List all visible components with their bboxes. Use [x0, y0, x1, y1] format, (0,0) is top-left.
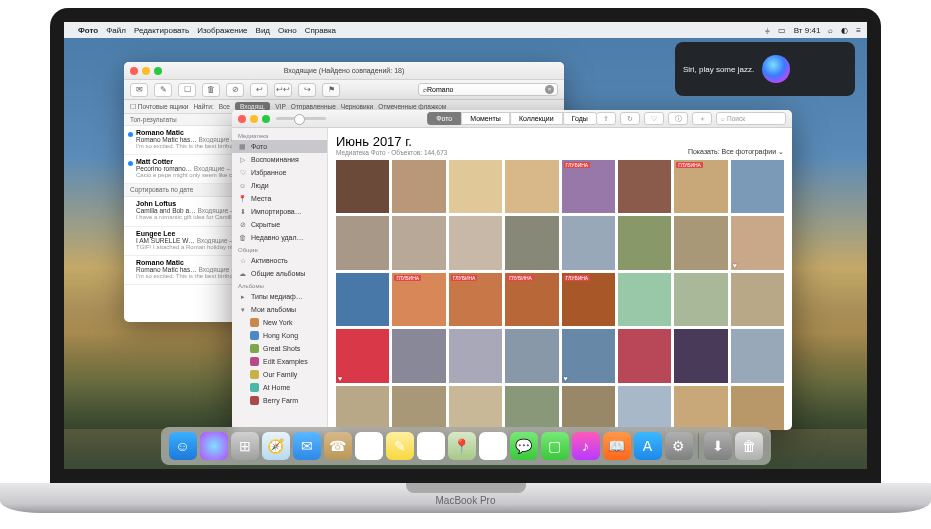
sidebar-album[interactable]: Berry Farm	[232, 394, 327, 407]
photo-thumbnail[interactable]	[562, 216, 615, 269]
photo-thumbnail[interactable]	[336, 160, 389, 213]
photo-thumbnail[interactable]: ♥	[731, 216, 784, 269]
sidebar-item[interactable]: 📍 Места	[232, 192, 327, 205]
filter-all[interactable]: Все	[219, 103, 230, 110]
clock[interactable]: Вт 9:41	[794, 26, 821, 35]
photo-thumbnail[interactable]	[674, 329, 727, 382]
photo-thumbnail[interactable]	[336, 216, 389, 269]
dock-preferences[interactable]: ⚙	[665, 432, 693, 460]
show-filter[interactable]: Показать: Все фотографии ⌄	[688, 148, 784, 156]
sidebar-album[interactable]: Our Family	[232, 368, 327, 381]
notification-center-icon[interactable]: ≡	[856, 26, 861, 35]
delete-button[interactable]: 🗑	[202, 83, 220, 97]
dock-mail[interactable]: ✉	[293, 432, 321, 460]
filter-sent[interactable]: Отправленные	[291, 103, 336, 110]
photo-thumbnail[interactable]	[449, 386, 502, 431]
dock-reminders[interactable]: ☑	[417, 432, 445, 460]
photo-thumbnail[interactable]	[618, 386, 671, 431]
sidebar-item[interactable]: ▸ Типы медиаф…	[232, 290, 327, 303]
close-button[interactable]	[238, 115, 246, 123]
menu-window[interactable]: Окно	[278, 26, 297, 35]
dock-facetime[interactable]: ▢	[541, 432, 569, 460]
mail-search-input[interactable]	[427, 86, 543, 93]
photo-thumbnail[interactable]: ГЛУБИНА	[562, 160, 615, 213]
photo-thumbnail[interactable]	[392, 216, 445, 269]
mail-titlebar[interactable]: Входящие (Найдено совпадений: 18)	[124, 62, 564, 80]
sidebar-album[interactable]: At Home	[232, 381, 327, 394]
photo-thumbnail[interactable]: ♥	[562, 329, 615, 382]
compose-button[interactable]: ✎	[154, 83, 172, 97]
sidebar-item[interactable]: ♡ Избранное	[232, 166, 327, 179]
photo-thumbnail[interactable]	[392, 329, 445, 382]
photo-thumbnail[interactable]	[505, 160, 558, 213]
sidebar-item[interactable]: ▾ Мои альбомы	[232, 303, 327, 316]
get-mail-button[interactable]: ✉	[130, 83, 148, 97]
zoom-slider[interactable]	[276, 117, 326, 120]
sidebar-item[interactable]: ☺ Люди	[232, 179, 327, 192]
filter-flagged[interactable]: Отмеченные флажком	[378, 103, 446, 110]
favorite-button[interactable]: ♡	[644, 112, 664, 125]
dock-finder[interactable]: ☺	[169, 432, 197, 460]
dock-downloads[interactable]: ⬇	[704, 432, 732, 460]
siri-panel[interactable]: Siri, play some jazz.	[675, 42, 855, 96]
sidebar-item[interactable]: ⊘ Скрытые	[232, 218, 327, 231]
photo-thumbnail[interactable]	[449, 216, 502, 269]
photo-thumbnail[interactable]	[336, 273, 389, 326]
mailboxes-button[interactable]: ☐ Почтовые ящики	[130, 103, 188, 111]
junk-button[interactable]: ⊘	[226, 83, 244, 97]
battery-icon[interactable]: ▭	[778, 26, 786, 35]
sidebar-album[interactable]: Edit Examples	[232, 355, 327, 368]
reply-button[interactable]: ↩	[250, 83, 268, 97]
menu-image[interactable]: Изображение	[197, 26, 247, 35]
photos-sidebar[interactable]: Медиатека ▦ Фото ▷ Воспоминания ♡ Избран…	[232, 128, 328, 430]
dock-messages[interactable]: 💬	[510, 432, 538, 460]
siri-menubar-icon[interactable]: ◐	[841, 26, 848, 35]
filter-drafts[interactable]: Черновики	[341, 103, 373, 110]
dock-appstore[interactable]: A	[634, 432, 662, 460]
photo-thumbnail[interactable]	[505, 216, 558, 269]
sidebar-item[interactable]: ▦ Фото	[232, 140, 327, 153]
dock-contacts[interactable]: ☎	[324, 432, 352, 460]
tab-years[interactable]: Годы	[563, 112, 597, 125]
menu-help[interactable]: Справка	[305, 26, 336, 35]
sidebar-item[interactable]: 🗑 Недавно удал…	[232, 231, 327, 244]
sidebar-album[interactable]: Hong Kong	[232, 329, 327, 342]
photo-thumbnail[interactable]	[674, 386, 727, 431]
sidebar-album[interactable]: New York	[232, 316, 327, 329]
photo-thumbnail[interactable]: ГЛУБИНА	[392, 273, 445, 326]
photo-thumbnail[interactable]	[674, 273, 727, 326]
filter-vip[interactable]: VIP	[275, 103, 285, 110]
rotate-button[interactable]: ↻	[620, 112, 640, 125]
dock-siri[interactable]	[200, 432, 228, 460]
zoom-button[interactable]	[262, 115, 270, 123]
photo-thumbnail[interactable]	[618, 216, 671, 269]
menu-file[interactable]: Файл	[106, 26, 126, 35]
photos-titlebar[interactable]: Фото Моменты Коллекции Годы ⇧ ↻ ♡ ⓘ ＋ ⌕П…	[232, 110, 792, 128]
add-button[interactable]: ＋	[692, 112, 712, 125]
photo-thumbnail[interactable]	[731, 273, 784, 326]
spotlight-icon[interactable]: ⌕	[828, 26, 833, 35]
forward-button[interactable]: ↪	[298, 83, 316, 97]
photo-thumbnail[interactable]	[449, 160, 502, 213]
photo-thumbnail[interactable]	[674, 216, 727, 269]
archive-button[interactable]: ☐	[178, 83, 196, 97]
photo-thumbnail[interactable]	[449, 329, 502, 382]
share-button[interactable]: ⇧	[596, 112, 616, 125]
photo-thumbnail[interactable]: ГЛУБИНА	[674, 160, 727, 213]
mail-search[interactable]: ⌕ ×	[418, 83, 558, 96]
sidebar-item[interactable]: ☆ Активность	[232, 254, 327, 267]
photos-search[interactable]: ⌕Поиск	[716, 112, 786, 125]
tab-photos[interactable]: Фото	[427, 112, 461, 125]
wifi-icon[interactable]: ⏚	[765, 26, 770, 35]
sidebar-item[interactable]: ☁ Общие альбомы	[232, 267, 327, 280]
photo-thumbnail[interactable]	[505, 329, 558, 382]
dock-safari[interactable]: 🧭	[262, 432, 290, 460]
photo-thumbnail[interactable]	[618, 329, 671, 382]
dock-notes[interactable]: ✎	[386, 432, 414, 460]
tab-collections[interactable]: Коллекции	[510, 112, 563, 125]
flag-button[interactable]: ⚑	[322, 83, 340, 97]
sidebar-album[interactable]: Great Shots	[232, 342, 327, 355]
photo-thumbnail[interactable]: ГЛУБИНА	[562, 273, 615, 326]
dock-itunes[interactable]: ♪	[572, 432, 600, 460]
photos-main[interactable]: Июнь 2017 г. Медиатека Фото · Объектов: …	[328, 128, 792, 430]
